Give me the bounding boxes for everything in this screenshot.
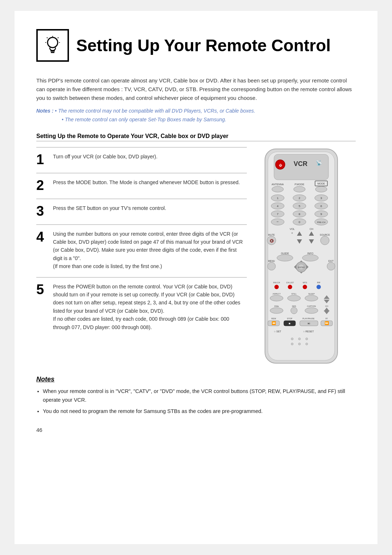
svg-point-57 (320, 236, 329, 245)
svg-text:PIP: PIP (317, 281, 320, 284)
bottom-note-item-2: You do not need to program the remote fo… (43, 407, 356, 416)
svg-point-21 (315, 186, 327, 192)
svg-text:8: 8 (299, 212, 301, 216)
svg-text:VCR: VCR (294, 160, 307, 167)
step-4-text: Using the number buttons on your remote … (53, 230, 247, 271)
svg-text:VOL: VOL (290, 228, 295, 230)
header-icon (36, 29, 69, 62)
svg-text:CAPTION: CAPTION (307, 305, 316, 307)
svg-point-64 (268, 262, 275, 270)
svg-point-60 (277, 255, 293, 261)
svg-text:⏪: ⏪ (271, 321, 276, 325)
lightbulb-icon (42, 35, 64, 56)
svg-text:7: 7 (277, 212, 279, 216)
svg-text:⏻: ⏻ (279, 163, 282, 167)
svg-text:CH.LIST: CH.LIST (286, 281, 294, 284)
svg-point-118 (306, 343, 308, 345)
svg-text:2: 2 (299, 197, 301, 200)
step-4-number: 4 (36, 230, 48, 244)
notes-bullet-spacer: • (55, 108, 58, 114)
svg-text:FF: FF (326, 317, 328, 320)
svg-text:1: 1 (277, 197, 279, 200)
svg-text:5: 5 (299, 204, 301, 208)
step-2-number: 2 (36, 178, 48, 192)
step-1: 1 Turn off your VCR (or Cable box, DVD p… (36, 147, 247, 173)
svg-text:MUTE: MUTE (268, 234, 275, 236)
svg-text:−: − (277, 220, 279, 224)
svg-text:9: 9 (320, 212, 322, 216)
svg-point-94 (270, 308, 283, 313)
svg-text:MTS: MTS (303, 281, 307, 284)
notes-italic-label: Notes : (36, 108, 53, 114)
svg-point-20 (294, 186, 305, 192)
section-heading: Setting Up the Remote to Operate Your VC… (36, 133, 356, 141)
svg-text:SOURCE: SOURCE (320, 234, 330, 236)
svg-text:DNIe: DNIe (274, 305, 279, 307)
svg-text:PLAY/PAUSE: PLAY/PAUSE (302, 317, 315, 320)
step-3-text: Press the SET button on your TV's remote… (53, 204, 166, 212)
svg-point-79 (303, 285, 307, 289)
bottom-notes-list: When your remote control is in "VCR", "C… (36, 387, 356, 416)
notes-bullet2-dot: • (62, 117, 65, 122)
notes-italic-bullet2: The remote control can only operate Set-… (65, 117, 226, 122)
svg-text:MODE: MODE (318, 182, 325, 185)
svg-text:PRE-CH: PRE-CH (317, 221, 325, 223)
step-4: 4 Using the number buttons on your remot… (36, 224, 247, 277)
svg-point-84 (270, 295, 283, 301)
svg-point-86 (305, 295, 318, 301)
svg-text:CH: CH (325, 305, 328, 307)
step-3-number: 3 (36, 204, 48, 218)
page-title: Setting Up Your Remote Control (76, 36, 331, 55)
header: Setting Up Your Remote Control (36, 29, 356, 62)
svg-text:⏯: ⏯ (307, 322, 310, 325)
svg-text:0: 0 (299, 220, 301, 224)
svg-point-85 (287, 295, 301, 301)
notes-italic-block: Notes : • The remote control may not be … (36, 107, 356, 124)
svg-line-5 (47, 37, 48, 38)
svg-text:STOP: STOP (287, 317, 293, 320)
intro-paragraph: This PDP's remote control can operate al… (36, 76, 356, 102)
svg-text:SLEEP: SLEEP (308, 293, 315, 295)
step-5: 5 Press the POWER button on the remote c… (36, 277, 247, 338)
svg-text:SRS: SRS (292, 305, 296, 307)
svg-rect-2 (51, 52, 54, 53)
steps-column: 1 Turn off your VCR (or Cable box, DVD p… (36, 147, 247, 366)
page-number: 46 (36, 427, 356, 433)
svg-point-113 (291, 338, 293, 340)
svg-text:4: 4 (277, 204, 279, 208)
svg-text:INFO: INFO (307, 252, 314, 255)
svg-text:🔇: 🔇 (270, 239, 274, 243)
svg-point-80 (317, 285, 321, 289)
svg-point-95 (291, 307, 297, 314)
svg-rect-1 (50, 50, 55, 52)
svg-point-115 (306, 338, 308, 340)
svg-point-96 (305, 308, 318, 313)
svg-text:EXIT: EXIT (328, 260, 334, 262)
svg-text:ASPECT: ASPECT (273, 293, 281, 295)
svg-point-65 (327, 262, 335, 270)
svg-text:■: ■ (289, 322, 291, 325)
svg-text:P.MODE: P.MODE (295, 183, 305, 186)
svg-text:REW: REW (271, 317, 277, 320)
page: Setting Up Your Remote Control This PDP'… (15, 11, 377, 544)
bottom-notes-title: Notes (36, 376, 356, 383)
svg-text:FAV.CH: FAV.CH (273, 281, 280, 284)
bottom-notes-section: Notes When your remote control is in "VC… (36, 375, 356, 416)
step-5-text: Press the POWER button on the remote con… (53, 283, 247, 331)
bottom-note-item-1: When your remote control is in "VCR", "C… (43, 387, 356, 405)
svg-point-0 (48, 37, 58, 48)
svg-text:⏩: ⏩ (324, 321, 329, 325)
step-3: 3 Press the SET button on your TV's remo… (36, 199, 247, 224)
svg-point-117 (298, 343, 301, 345)
svg-text:ENTER: ENTER (298, 266, 305, 268)
svg-point-78 (288, 285, 292, 289)
svg-point-116 (291, 343, 293, 345)
content-area: 1 Turn off your VCR (or Cable box, DVD p… (36, 147, 356, 366)
notes-italic-bullet1: The remote control may not be compatible… (58, 108, 255, 114)
svg-line-4 (58, 37, 58, 38)
svg-text:CH: CH (310, 228, 313, 230)
svg-text:○ SET: ○ SET (274, 330, 282, 333)
svg-point-114 (298, 338, 301, 340)
svg-text:ANTENNA: ANTENNA (271, 183, 284, 186)
step-5-number: 5 (36, 283, 48, 296)
